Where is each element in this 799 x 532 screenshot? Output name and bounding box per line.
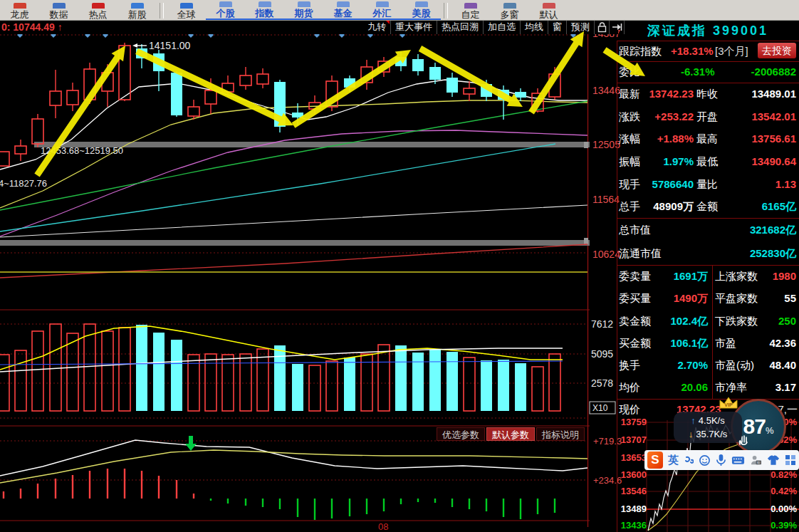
minichart-price-label: 13600	[617, 469, 647, 481]
volume-bar-up	[378, 345, 390, 411]
menu-item[interactable]: 数据	[39, 1, 78, 20]
volume-bar-up	[532, 367, 543, 411]
lock-icon[interactable]	[595, 20, 610, 34]
quote-value: 250	[778, 310, 796, 332]
quote-label: 总市值	[619, 218, 651, 241]
volume-bar-down	[153, 333, 164, 411]
candle-up	[464, 88, 475, 94]
quote-rows: 最新13742.23昨收13489.01涨跌+253.22开盘13542.01涨…	[617, 83, 799, 218]
toolbar-button[interactable]: 加自选	[484, 20, 521, 34]
volume-bar-up	[257, 349, 268, 411]
volume-bar-down	[446, 352, 458, 411]
menu-item-label: 默认	[540, 9, 558, 20]
toolbar-button[interactable]: 均线	[521, 20, 548, 34]
indicator-param-button[interactable]: 指标说明	[536, 427, 585, 441]
quote-label: 涨跌	[619, 105, 640, 128]
menu-item-icon	[543, 3, 555, 9]
month-axis-label: 08	[378, 521, 388, 532]
go-invest-button[interactable]: 去投资	[758, 43, 796, 58]
ime-id-person-icon[interactable]: ID	[750, 454, 762, 466]
download-speed: 35.7K/s	[696, 427, 727, 441]
volume-axis-label: 2578	[591, 377, 613, 389]
quote-label: 买金额	[619, 332, 651, 354]
volume-bar-up	[240, 354, 251, 411]
minichart-price-label: 13759	[617, 417, 647, 428]
menu-item[interactable]: 新股	[118, 1, 157, 20]
ime-logo-icon[interactable]: S	[647, 452, 663, 469]
volume-bar-up	[205, 354, 216, 411]
indicator-param-button[interactable]: 默认参数	[486, 427, 535, 441]
ime-emoji-icon[interactable]	[699, 454, 711, 466]
volume-bar-down	[481, 360, 492, 411]
menu-item[interactable]: 期货	[284, 1, 323, 20]
quote-row: 现手5786640量比1.13	[617, 173, 799, 196]
quote-label: 流通市值	[619, 241, 662, 265]
candle-down	[274, 82, 286, 127]
menu-item[interactable]: 自定	[451, 1, 490, 20]
menu-item[interactable]: 默认	[529, 1, 568, 20]
volume-bar-up	[32, 331, 43, 411]
menu-item[interactable]: 龙虎	[0, 1, 39, 20]
quote-value: +1.88%	[657, 127, 694, 150]
menu-item[interactable]: 指数	[245, 1, 284, 20]
signal-down-arrow	[185, 444, 197, 451]
candle-down	[171, 73, 182, 115]
minichart-pct-label: 0.82%	[754, 469, 797, 481]
indicator-param-button[interactable]: 优选参数	[437, 427, 485, 441]
menu-item-label: 热点	[89, 9, 108, 20]
volume-bar-up	[549, 354, 560, 411]
ma-line	[0, 244, 588, 278]
quote-label: 卖金额	[619, 310, 651, 332]
menu-item[interactable]: 外汇	[362, 1, 402, 20]
menu-item[interactable]: 个股	[206, 1, 245, 20]
input-method-bar: S 英 ID	[644, 450, 799, 470]
minichart-price-label: 13653	[617, 452, 647, 464]
price-axis-label: 11564	[592, 194, 620, 205]
volume-bar-up	[309, 365, 320, 411]
ime-voice-icon[interactable]	[716, 454, 726, 466]
ime-punctuation-icon[interactable]	[684, 454, 694, 466]
minichart-pct-label: 0.42%	[754, 486, 797, 497]
candle-up	[67, 90, 78, 105]
ime-language-toggle[interactable]: 英	[668, 454, 679, 467]
candle-up	[119, 46, 130, 100]
menu-item[interactable]: 全球	[167, 1, 206, 20]
range-label: 12453.68~12519.50	[41, 145, 123, 156]
menu-item[interactable]: 基金	[323, 1, 362, 20]
menu-separator	[444, 3, 448, 19]
quote-row: 涨跌+253.22开盘13542.01	[617, 105, 799, 128]
quote-value: 106.1亿	[670, 332, 708, 354]
toolbar-button[interactable]: 重大事件	[391, 20, 437, 34]
minichart-price-label: 13546	[617, 486, 647, 497]
indicator-param-buttons: 优选参数默认参数指标说明	[437, 427, 586, 441]
weibi-label: 委比	[619, 61, 640, 83]
toolbar-button[interactable]: 热点回溯	[437, 20, 484, 34]
menu-item-icon	[180, 3, 193, 9]
panel-divider	[617, 83, 799, 83]
toolbar-button[interactable]: 窗	[548, 20, 567, 34]
quote-value: 1980	[773, 265, 796, 287]
ime-skin-icon[interactable]	[767, 454, 780, 466]
menu-item-icon	[258, 1, 271, 7]
svg-text:VIP: VIP	[724, 402, 733, 407]
high-price-label: 14151.00	[149, 40, 191, 51]
toolbar-button[interactable]: 九转	[363, 20, 391, 34]
candle-up	[361, 67, 372, 83]
menu-item-icon	[53, 3, 66, 9]
quote-value: 5786640	[652, 173, 694, 196]
ime-toolbox-icon[interactable]	[785, 454, 796, 466]
quote-label: 现手	[619, 173, 640, 196]
quote-label: 均价	[619, 376, 640, 398]
market-cap-rows: 总市值321682亿流通市值252830亿	[617, 218, 799, 265]
menu-item[interactable]: 热点	[78, 1, 118, 20]
menu-item[interactable]: 多窗	[490, 1, 529, 20]
quote-value: 13542.01	[751, 105, 796, 128]
menu-item-label: 美股	[412, 8, 431, 19]
panel-divider	[617, 265, 799, 266]
quote-row: 振幅1.97%最低13490.64	[617, 150, 799, 173]
menu-item[interactable]: 美股	[402, 1, 441, 20]
toolbar-button[interactable]: 预测	[567, 20, 595, 34]
volume-bar-up	[464, 358, 475, 411]
left-range-label: 4~11827.76	[0, 178, 47, 189]
ime-keyboard-icon[interactable]	[731, 455, 745, 466]
